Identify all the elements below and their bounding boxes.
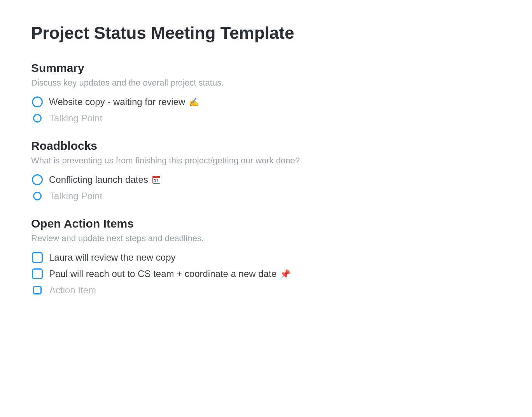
placeholder-text[interactable]: Talking Point: [49, 191, 102, 201]
item-label: Conflicting launch dates: [49, 174, 148, 185]
section-roadblocks: Roadblocks What is preventing us from fi…: [31, 139, 501, 201]
placeholder-text[interactable]: Talking Point: [49, 113, 102, 124]
section-description-actions: Review and update next steps and deadlin…: [31, 233, 501, 244]
calendar-day: 17: [153, 178, 160, 183]
action-item[interactable]: Laura will review the new copy: [31, 252, 501, 263]
circle-marker-icon[interactable]: [33, 114, 42, 123]
page-title: Project Status Meeting Template: [31, 23, 501, 43]
circle-marker-icon[interactable]: [32, 96, 43, 107]
section-heading-actions: Open Action Items: [31, 217, 501, 230]
placeholder-text[interactable]: Action Item: [49, 285, 96, 296]
section-actions: Open Action Items Review and update next…: [31, 217, 501, 296]
item-text[interactable]: Paul will reach out to CS team + coordin…: [49, 268, 290, 279]
checkbox-icon[interactable]: [32, 268, 43, 279]
item-label: Paul will reach out to CS team + coordin…: [49, 268, 276, 279]
checkbox-icon[interactable]: [33, 286, 42, 294]
section-description-roadblocks: What is preventing us from finishing thi…: [31, 156, 501, 166]
section-heading-summary: Summary: [31, 61, 501, 75]
circle-marker-icon[interactable]: [32, 174, 43, 185]
section-heading-roadblocks: Roadblocks: [31, 139, 501, 152]
action-item-placeholder[interactable]: Action Item: [31, 285, 501, 296]
checkbox-icon[interactable]: [32, 252, 43, 263]
section-description-summary: Discuss key updates and the overall proj…: [31, 78, 501, 88]
item-label: Website copy - waiting for review: [49, 96, 185, 107]
talking-point-item[interactable]: Conflicting launch dates 17: [31, 174, 501, 185]
pushpin-icon: 📌: [280, 269, 290, 279]
item-text[interactable]: Conflicting launch dates 17: [49, 174, 160, 185]
talking-point-item[interactable]: Website copy - waiting for review ✍️: [31, 96, 501, 107]
section-summary: Summary Discuss key updates and the over…: [31, 61, 501, 124]
circle-marker-icon[interactable]: [33, 192, 42, 200]
action-item[interactable]: Paul will reach out to CS team + coordin…: [31, 268, 501, 279]
talking-point-placeholder[interactable]: Talking Point: [31, 113, 501, 124]
writing-hand-icon: ✍️: [189, 97, 199, 107]
calendar-icon: 17: [152, 176, 160, 184]
item-text[interactable]: Website copy - waiting for review ✍️: [49, 96, 199, 107]
item-text[interactable]: Laura will review the new copy: [49, 252, 176, 263]
talking-point-placeholder[interactable]: Talking Point: [31, 191, 501, 201]
